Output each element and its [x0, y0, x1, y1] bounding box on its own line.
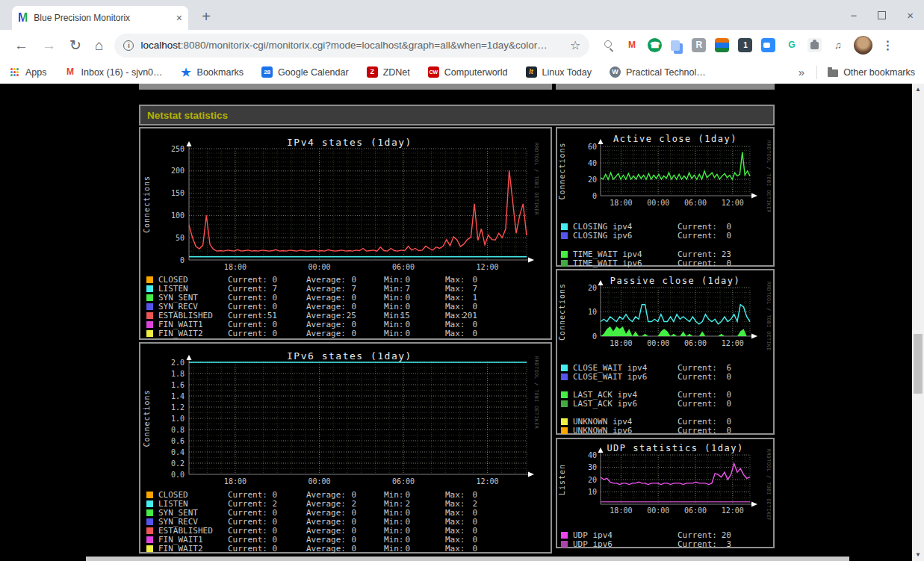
bookmarks-divider	[816, 66, 817, 79]
forward-button[interactable]: →	[42, 38, 56, 52]
legend-stat-value: 0	[376, 545, 410, 554]
section-title: Netstat statistics	[147, 110, 228, 121]
legend-color-swatch	[146, 276, 153, 283]
bookmark-label: Apps	[25, 67, 47, 78]
voice-extension-icon[interactable]: ☎	[648, 38, 662, 52]
extensions-extension-icon[interactable]	[807, 38, 822, 52]
home-button[interactable]: ⌂	[95, 38, 103, 52]
reload-button[interactable]: ↻	[69, 38, 81, 52]
legend-color-swatch	[561, 232, 568, 239]
site-info-icon[interactable]: i	[123, 40, 134, 51]
passive-close-legend: CLOSE_WAIT ipv4Current:6CLOSE_WAIT ipv6C…	[557, 270, 773, 433]
next-section-stub	[86, 557, 849, 561]
legend-row: TIME_WAIT ipv6Current:0	[557, 259, 773, 268]
legend-color-swatch	[146, 509, 153, 516]
bookmark-item[interactable]: 28Google Calendar	[261, 66, 349, 78]
legend-stat-value: 0	[697, 400, 731, 409]
browser-menu-icon[interactable]: ⋮	[881, 38, 893, 52]
url-path: :8080/monitorix-cgi/monitorix.cgi?mode=l…	[181, 40, 548, 51]
scrollbar[interactable]: ▲ ▼	[912, 84, 924, 561]
legend-stat-value: 0	[322, 329, 356, 338]
playlist-extension-icon[interactable]: ♫	[831, 38, 845, 52]
password-extension-icon[interactable]: 1	[738, 38, 752, 52]
bookmark-item[interactable]: MInbox (16) - sjvn0…	[65, 66, 163, 78]
legend-row: UNKNOWN ipv6Current:0	[557, 427, 773, 436]
search-extension-icon[interactable]	[601, 38, 616, 52]
bookmarks-overflow-icon[interactable]: »	[799, 66, 804, 78]
legend-label: UNKNOWN ipv6	[573, 427, 632, 436]
meet-extension-icon[interactable]	[761, 38, 775, 52]
books-extension-icon[interactable]	[715, 38, 729, 52]
bookmark-item[interactable]: ZZDNet	[367, 66, 410, 78]
legend-color-swatch	[561, 400, 568, 407]
browser-tab[interactable]: M Blue Precision Monitorix ×	[12, 6, 188, 30]
legend-color-swatch	[561, 260, 568, 267]
copy-extension-icon[interactable]	[671, 40, 680, 51]
legend-row: UDP ipv6Current:3	[557, 540, 773, 549]
tab-strip: M Blue Precision Monitorix × + − ×	[0, 0, 924, 30]
legend-color-swatch	[146, 500, 153, 507]
maximize-button[interactable]	[878, 11, 886, 19]
bookmark-item[interactable]: ★Bookmarks	[181, 66, 244, 78]
legend-label: CLOSE_WAIT ipv6	[573, 373, 647, 382]
bookmark-item[interactable]: Apps	[9, 66, 47, 78]
previous-section-stub-right	[556, 84, 775, 90]
passive-close-panel: Passive close (1day)0102018:0000:0006:00…	[556, 269, 775, 435]
udp-statistics-panel: UDP statistics (1day)1020304018:0000:000…	[556, 438, 775, 548]
wordpress-icon: W	[610, 66, 621, 78]
bookmark-label: Computerworld	[444, 67, 508, 78]
bookmark-item[interactable]: CWComputerworld	[428, 66, 508, 78]
scroll-down-icon[interactable]: ▼	[912, 549, 924, 561]
gmail-extension-icon[interactable]: M	[624, 38, 639, 52]
profile-avatar[interactable]	[854, 36, 872, 55]
legend-label: FIN_WAIT2	[158, 545, 203, 554]
bookmark-label: Linux Today	[542, 67, 592, 78]
tab-close-icon[interactable]: ×	[176, 12, 182, 24]
minimize-button[interactable]: −	[850, 9, 857, 22]
gmail-icon: M	[65, 66, 76, 78]
scrollbar-thumb[interactable]	[914, 334, 923, 394]
bookmark-item[interactable]: ltLinux Today	[526, 66, 592, 78]
back-button[interactable]: ←	[14, 38, 28, 52]
url-text: localhost:8080/monitorix-cgi/monitorix.c…	[140, 40, 564, 51]
legend-label: LAST_ACK ipv6	[573, 400, 637, 409]
grammarly-extension-icon[interactable]: G	[784, 38, 799, 52]
legend-color-swatch	[561, 391, 568, 398]
udp-statistics-legend: UDP ipv4Current:20UDP ipv6Current:3	[557, 439, 773, 547]
legend-color-swatch	[146, 518, 153, 525]
legend-color-swatch	[561, 532, 568, 539]
zdnet-icon: Z	[367, 66, 378, 78]
legend-row: CLOSING ipv6Current:0	[557, 232, 773, 241]
legend-row: FIN_WAIT2Current:0Average:0Min:0Max:0	[140, 329, 551, 338]
legend-color-swatch	[146, 321, 153, 328]
close-button[interactable]: ×	[907, 9, 914, 22]
active-close-panel: Active close (1day)020406018:0000:0006:0…	[556, 127, 775, 267]
bookmark-label: Inbox (16) - sjvn0…	[81, 67, 163, 78]
apps-icon	[9, 66, 20, 78]
other-bookmarks-button[interactable]: Other bookmarks	[828, 67, 915, 78]
scroll-up-icon[interactable]: ▲	[912, 84, 924, 96]
address-bar[interactable]: i localhost:8080/monitorix-cgi/monitorix…	[114, 34, 589, 58]
bookmark-label: Practical Technol…	[626, 67, 706, 78]
active-close-legend: CLOSING ipv4Current:0CLOSING ipv6Current…	[557, 128, 773, 265]
extension-icons: M☎R1G♫	[601, 38, 845, 52]
new-tab-button[interactable]: +	[196, 7, 217, 28]
legend-label: TIME_WAIT ipv6	[573, 259, 642, 268]
ipv6-states-panel: IPv6 states (1day)0.00.20.40.60.81.01.21…	[139, 342, 552, 554]
bookmark-label: Bookmarks	[197, 67, 244, 78]
ipv4-states-legend: CLOSEDCurrent:0Average:0Min:0Max:0LISTEN…	[140, 128, 551, 338]
legend-color-swatch	[146, 303, 153, 310]
cw-icon: CW	[428, 66, 439, 78]
reminders-extension-icon[interactable]: R	[692, 38, 706, 52]
monitorix-page: Netstat statistics IPv4 states (1day)050…	[0, 84, 924, 561]
legend-stat-value: 0	[443, 329, 477, 338]
legend-color-swatch	[146, 330, 153, 337]
legend-stat-value: 0	[322, 545, 356, 554]
browser-window: M Blue Precision Monitorix × + − × ← → ↻…	[0, 0, 924, 561]
legend-color-swatch	[561, 365, 568, 371]
legend-stat-value: 0	[376, 329, 410, 338]
legend-stat-value: 3	[697, 540, 731, 549]
bookmark-star-icon[interactable]: ☆	[570, 38, 580, 52]
bookmark-item[interactable]: WPractical Technol…	[610, 66, 706, 78]
folder-icon	[828, 69, 838, 77]
